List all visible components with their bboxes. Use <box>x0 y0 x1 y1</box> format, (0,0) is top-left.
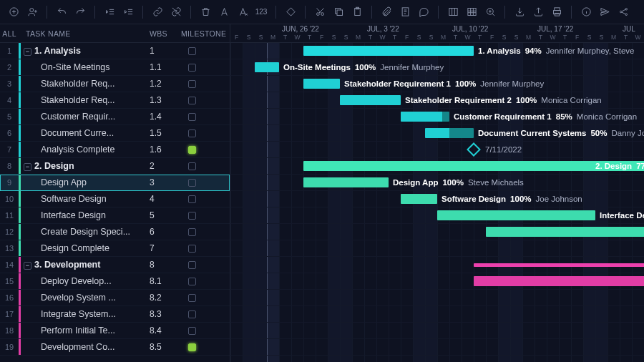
milestone-cell[interactable] <box>181 64 230 72</box>
send-icon[interactable] <box>597 4 613 20</box>
task-name-cell[interactable]: Interface Design <box>21 210 150 220</box>
notes-icon[interactable] <box>397 4 413 20</box>
add-user-icon[interactable] <box>24 4 40 20</box>
gantt-bar[interactable] <box>303 46 474 56</box>
diamond-icon[interactable] <box>283 4 298 20</box>
wbs-cell[interactable]: 5 <box>150 210 181 220</box>
wbs-cell[interactable]: 8.5 <box>150 342 181 352</box>
task-row[interactable]: 5Customer Requir...1.4 <box>0 109 230 125</box>
paste-icon[interactable] <box>349 4 365 20</box>
task-name-cell[interactable]: Development Co... <box>21 342 150 352</box>
wbs-cell[interactable]: 1.1 <box>150 62 181 72</box>
task-row[interactable]: 3Stakeholder Req...1.2 <box>0 76 230 92</box>
gantt-bar[interactable] <box>255 62 279 72</box>
task-name-cell[interactable]: Stakeholder Req... <box>21 79 150 89</box>
col-wbs[interactable]: WBS <box>150 29 181 38</box>
col-task-name[interactable]: TASK NAME <box>19 29 150 38</box>
task-row[interactable]: 7Analysis Complete1.6 <box>0 142 230 158</box>
wbs-cell[interactable]: 8.3 <box>150 309 181 319</box>
milestone-cell[interactable] <box>181 278 230 285</box>
columns-icon[interactable] <box>445 4 461 20</box>
wbs-cell[interactable]: 4 <box>150 194 181 204</box>
milestone-cell[interactable] <box>181 245 230 253</box>
zoom-icon[interactable] <box>482 4 498 20</box>
milestone-cell[interactable] <box>181 129 230 137</box>
comment-icon[interactable] <box>416 4 431 20</box>
outdent-icon[interactable] <box>102 4 117 20</box>
gantt-bar[interactable] <box>401 194 437 204</box>
indent-icon[interactable] <box>120 4 136 20</box>
trash-icon[interactable] <box>197 4 213 20</box>
task-row[interactable]: 8−2. Design2 <box>0 158 230 175</box>
wbs-cell[interactable]: 3 <box>150 177 181 187</box>
task-name-cell[interactable]: Create Design Speci... <box>21 227 150 237</box>
attach-icon[interactable] <box>379 4 394 20</box>
wbs-cell[interactable]: 6 <box>150 227 181 237</box>
task-name-cell[interactable]: −1. Analysis <box>21 46 150 56</box>
task-row[interactable]: 14−3. Development8 <box>0 257 230 273</box>
milestone-cell[interactable] <box>181 261 230 269</box>
milestone-cell[interactable] <box>181 294 230 302</box>
link-icon[interactable] <box>150 4 165 20</box>
milestone-cell[interactable] <box>181 179 230 187</box>
task-row[interactable]: 18Perform Initial Te...8.4 <box>0 323 230 339</box>
task-name-cell[interactable]: −2. Design <box>21 161 150 171</box>
gantt-bar[interactable] <box>486 227 644 237</box>
wbs-cell[interactable]: 1.3 <box>150 95 181 105</box>
milestone-cell[interactable] <box>181 212 230 220</box>
import-icon[interactable] <box>512 4 527 20</box>
task-row[interactable]: 17Integrate System...8.3 <box>0 306 230 323</box>
task-name-cell[interactable]: Integrate System... <box>21 309 150 319</box>
wbs-cell[interactable]: 2 <box>150 161 181 171</box>
task-row[interactable]: 13Design Complete7 <box>0 240 230 257</box>
col-milestone[interactable]: MILESTONE <box>181 29 230 38</box>
copy-icon[interactable] <box>331 4 346 20</box>
task-name-cell[interactable]: Design App <box>21 177 150 187</box>
gantt-bar[interactable] <box>340 95 401 105</box>
task-name-cell[interactable]: Deploy Develop... <box>21 276 150 286</box>
wbs-cell[interactable]: 8.2 <box>150 293 181 303</box>
unlink-icon[interactable] <box>168 4 184 20</box>
task-name-cell[interactable]: Design Complete <box>21 243 150 253</box>
task-name-cell[interactable]: Develop System ... <box>21 293 150 303</box>
task-row[interactable]: 9Design App3 <box>0 175 230 191</box>
task-name-cell[interactable]: On-Site Meetings <box>21 62 150 72</box>
gantt-bar[interactable] <box>474 276 644 286</box>
milestone-cell[interactable] <box>181 146 230 154</box>
gantt-bar[interactable] <box>303 161 644 171</box>
wbs-cell[interactable]: 1 <box>150 46 181 56</box>
gantt-bar[interactable] <box>303 79 340 89</box>
task-row[interactable]: 4Stakeholder Req...1.3 <box>0 92 230 109</box>
export-icon[interactable] <box>530 4 546 20</box>
task-row[interactable]: 19Development Co...8.5 <box>0 339 230 356</box>
wbs-cell[interactable]: 1.4 <box>150 112 181 122</box>
info-icon[interactable] <box>578 4 594 20</box>
milestone-cell[interactable] <box>181 80 230 88</box>
gantt-bar[interactable] <box>303 177 389 187</box>
milestone-cell[interactable] <box>181 195 230 203</box>
text-style-icon[interactable] <box>216 4 232 20</box>
gantt-bar[interactable] <box>474 263 644 267</box>
task-row[interactable]: 16Develop System ...8.2 <box>0 290 230 306</box>
task-name-cell[interactable]: Document Curre... <box>21 128 150 138</box>
milestone-cell[interactable] <box>181 47 230 55</box>
milestone-cell[interactable] <box>181 113 230 121</box>
task-row[interactable]: 6Document Curre...1.5 <box>0 125 230 142</box>
task-name-cell[interactable]: Analysis Complete <box>21 145 150 155</box>
milestone-cell[interactable] <box>181 343 230 351</box>
task-row[interactable]: 10Software Design4 <box>0 191 230 207</box>
clear-format-icon[interactable] <box>235 4 250 20</box>
print-icon[interactable] <box>549 4 565 20</box>
gantt-bar[interactable] <box>437 210 595 220</box>
task-row[interactable]: 11Interface Design5 <box>0 207 230 224</box>
milestone-cell[interactable] <box>181 310 230 318</box>
milestone-cell[interactable] <box>181 327 230 335</box>
task-row[interactable]: 15Deploy Develop...8.1 <box>0 273 230 290</box>
milestone-cell[interactable] <box>181 228 230 236</box>
undo-icon[interactable] <box>54 4 69 20</box>
milestone-cell[interactable] <box>181 97 230 104</box>
redo-icon[interactable] <box>72 4 88 20</box>
milestone-cell[interactable] <box>181 162 230 170</box>
wbs-cell[interactable]: 8.1 <box>150 276 181 286</box>
wbs-cell[interactable]: 1.5 <box>150 128 181 138</box>
